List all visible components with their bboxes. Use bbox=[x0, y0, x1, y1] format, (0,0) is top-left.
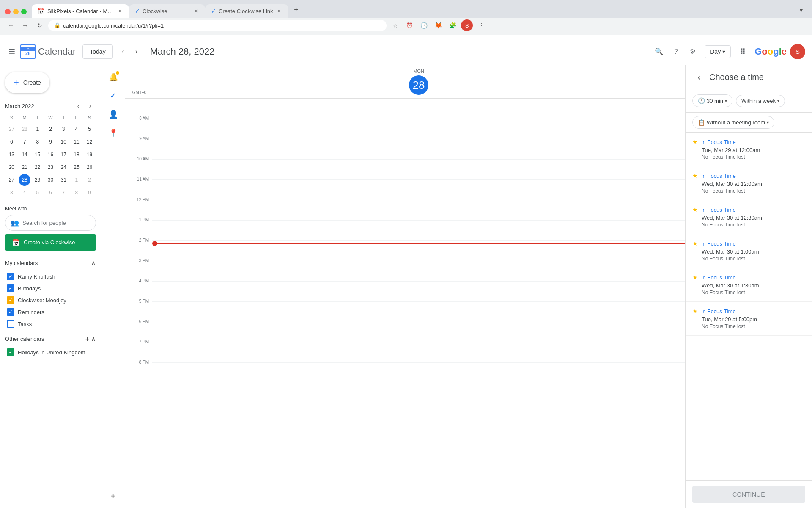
today-button[interactable]: Today bbox=[82, 44, 112, 59]
new-tab-button[interactable]: + bbox=[290, 3, 303, 16]
mini-cal-day[interactable]: 20 bbox=[5, 161, 17, 173]
maximize-dot[interactable] bbox=[21, 9, 27, 14]
search-people-input[interactable]: 👥 Search for people bbox=[5, 215, 96, 231]
side-icon-contacts[interactable]: 👤 bbox=[105, 106, 122, 123]
create-clockwise-button[interactable]: 📅 Create via Clockwise bbox=[5, 234, 96, 251]
metamask-icon[interactable]: 🦊 bbox=[432, 19, 444, 31]
mini-cal-day[interactable]: 16 bbox=[44, 149, 56, 160]
mini-cal-day[interactable]: 2 bbox=[84, 174, 96, 186]
side-icon-tasks[interactable]: ✓ bbox=[105, 87, 122, 104]
mini-cal-day[interactable]: 31 bbox=[58, 174, 69, 186]
mini-cal-day[interactable]: 12 bbox=[84, 136, 96, 148]
tabs-extend-button[interactable]: ▾ bbox=[795, 4, 807, 16]
cal-item-clockwise[interactable]: ✓ Clockwise: Moodjoy bbox=[5, 294, 96, 306]
mini-cal-day[interactable]: 1 bbox=[32, 123, 44, 135]
cal-item-ramy[interactable]: ✓ Ramy Khuffash bbox=[5, 271, 96, 282]
address-bar[interactable]: 🔒 calendar.google.com/calendar/u/1/r?pli… bbox=[48, 20, 387, 31]
mini-cal-next[interactable]: › bbox=[84, 100, 96, 112]
bookmark-icon[interactable]: ☆ bbox=[389, 19, 401, 31]
my-calendars-header[interactable]: My calendars ∧ bbox=[5, 257, 96, 269]
tab-silkpixels[interactable]: 📅 SilkPixels - Calendar - Monday... ✕ bbox=[32, 4, 129, 18]
room-selector[interactable]: 📋 Without a meeting room ▾ bbox=[692, 116, 774, 129]
side-icon-notifications[interactable]: 🔔 bbox=[105, 69, 122, 86]
time-slot-item-2[interactable]: ★ In Focus Time Wed, Mar 30 at 12:30am N… bbox=[686, 200, 812, 234]
hamburger-menu[interactable]: ☰ bbox=[3, 43, 20, 60]
time-slot-2[interactable] bbox=[152, 139, 685, 160]
mini-cal-day[interactable]: 14 bbox=[19, 149, 30, 160]
time-slot-1[interactable] bbox=[152, 119, 685, 139]
reload-button[interactable]: ↻ bbox=[34, 19, 46, 31]
time-slot-3[interactable] bbox=[152, 160, 685, 180]
prev-nav-button[interactable]: ‹ bbox=[116, 45, 130, 58]
mini-cal-day[interactable]: 5 bbox=[32, 187, 44, 199]
mini-cal-day[interactable]: 6 bbox=[5, 136, 17, 148]
cw-back-button[interactable]: ‹ bbox=[692, 70, 706, 84]
mini-cal-day[interactable]: 11 bbox=[71, 136, 82, 148]
side-icon-maps[interactable]: 📍 bbox=[105, 124, 122, 141]
other-calendars-header[interactable]: Other calendars + ∧ bbox=[5, 333, 96, 345]
mini-cal-day[interactable]: 9 bbox=[84, 187, 96, 199]
clockwise-ext-icon[interactable]: ⏰ bbox=[403, 19, 415, 31]
mini-cal-day[interactable]: 3 bbox=[5, 187, 17, 199]
mini-cal-day[interactable]: 3 bbox=[58, 123, 69, 135]
mini-cal-day[interactable]: 23 bbox=[44, 161, 56, 173]
search-button[interactable]: 🔍 bbox=[650, 43, 667, 60]
mini-cal-day[interactable]: 5 bbox=[84, 123, 96, 135]
tab-create-clockwise[interactable]: ✓ Create Clockwise Link ✕ bbox=[205, 4, 288, 18]
time-slot-item-0[interactable]: ★ In Focus Time Tue, Mar 29 at 12:00am N… bbox=[686, 133, 812, 166]
mini-cal-day[interactable]: 25 bbox=[71, 161, 82, 173]
mini-cal-day[interactable]: 13 bbox=[5, 149, 17, 160]
time-slot-9[interactable] bbox=[152, 282, 685, 302]
time-slot-10[interactable] bbox=[152, 302, 685, 322]
mini-cal-day[interactable]: 17 bbox=[58, 149, 69, 160]
cal-item-reminders[interactable]: ✓ Reminders bbox=[5, 306, 96, 318]
create-button[interactable]: + Create bbox=[5, 72, 49, 93]
cal-item-holidays[interactable]: ✓ Holidays in United Kingdom bbox=[5, 346, 96, 358]
close-dot[interactable] bbox=[5, 9, 11, 14]
time-slot-11[interactable] bbox=[152, 322, 685, 342]
cal-item-birthdays[interactable]: ✓ Birthdays bbox=[5, 282, 96, 294]
mini-cal-day[interactable]: 28 bbox=[19, 123, 30, 135]
side-icon-add-more[interactable]: + bbox=[105, 488, 122, 505]
time-slot-0[interactable] bbox=[152, 99, 685, 119]
settings-button[interactable]: ⚙ bbox=[684, 43, 701, 60]
time-slot-5[interactable] bbox=[152, 200, 685, 221]
mini-cal-day[interactable]: 1 bbox=[71, 174, 82, 186]
time-slot-12[interactable] bbox=[152, 342, 685, 363]
continue-button[interactable]: CONTINUE bbox=[692, 486, 805, 503]
time-slot-7[interactable] bbox=[152, 241, 685, 261]
mini-cal-day[interactable]: 4 bbox=[19, 187, 30, 199]
time-slot-4[interactable] bbox=[152, 180, 685, 200]
mini-cal-day[interactable]: 21 bbox=[19, 161, 30, 173]
mini-cal-day[interactable]: 8 bbox=[71, 187, 82, 199]
menu-button[interactable]: ⋮ bbox=[475, 19, 487, 31]
forward-button[interactable]: → bbox=[19, 19, 31, 31]
mini-cal-day[interactable]: 8 bbox=[32, 136, 44, 148]
time-slot-item-1[interactable]: ★ In Focus Time Wed, Mar 30 at 12:00am N… bbox=[686, 166, 812, 200]
mini-cal-day[interactable]: 9 bbox=[44, 136, 56, 148]
mini-cal-day[interactable]: 19 bbox=[84, 149, 96, 160]
tab-close-silkpixels[interactable]: ✕ bbox=[116, 8, 123, 14]
mini-cal-day[interactable]: 27 bbox=[5, 123, 17, 135]
mini-cal-prev[interactable]: ‹ bbox=[72, 100, 84, 112]
mini-cal-day[interactable]: 28 bbox=[19, 174, 30, 186]
time-slot-8[interactable] bbox=[152, 261, 685, 282]
time-slot-item-5[interactable]: ★ In Focus Time Tue, Mar 29 at 5:00pm No… bbox=[686, 302, 812, 336]
profile-button[interactable]: S bbox=[461, 19, 473, 31]
view-selector[interactable]: Day ▾ bbox=[705, 45, 731, 58]
tab-clockwise[interactable]: ✓ Clockwise ✕ bbox=[129, 4, 205, 18]
time-slot-item-3[interactable]: ★ In Focus Time Wed, Mar 30 at 1:00am No… bbox=[686, 234, 812, 268]
history-icon[interactable]: 🕐 bbox=[418, 19, 430, 31]
mini-cal-day[interactable]: 7 bbox=[58, 187, 69, 199]
mini-cal-day[interactable]: 6 bbox=[44, 187, 56, 199]
user-profile-button[interactable]: S bbox=[790, 44, 805, 59]
mini-cal-day[interactable]: 30 bbox=[44, 174, 56, 186]
next-nav-button[interactable]: › bbox=[130, 45, 143, 58]
minimize-dot[interactable] bbox=[13, 9, 19, 14]
mini-cal-day[interactable]: 4 bbox=[71, 123, 82, 135]
mini-cal-day[interactable]: 26 bbox=[84, 161, 96, 173]
help-button[interactable]: ? bbox=[667, 43, 684, 60]
mini-cal-day[interactable]: 29 bbox=[32, 174, 44, 186]
mini-cal-day[interactable]: 27 bbox=[5, 174, 17, 186]
mini-cal-day[interactable]: 2 bbox=[44, 123, 56, 135]
